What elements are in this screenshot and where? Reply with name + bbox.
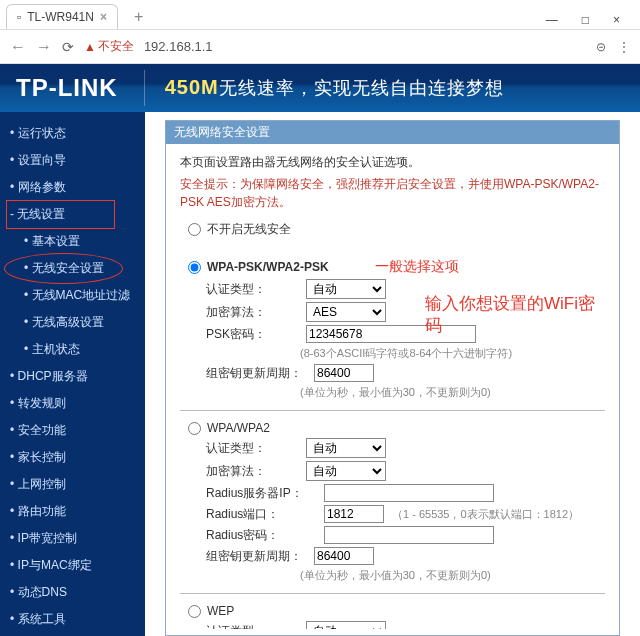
- nav-forward-icon: →: [36, 38, 52, 56]
- input-gk2[interactable]: [314, 547, 374, 565]
- sidebar-item-host-status[interactable]: 主机状态: [10, 336, 145, 363]
- sidebar-item-status[interactable]: 运行状态: [10, 120, 145, 147]
- label-wep: WEP: [207, 604, 234, 618]
- input-radius-pw[interactable]: [324, 526, 494, 544]
- profile-icon[interactable]: ⊝: [596, 40, 606, 54]
- input-gk[interactable]: [314, 364, 374, 382]
- hint-gk2: (单位为秒，最小值为30，不更新则为0): [180, 568, 605, 583]
- brand-logo: TP-LINK: [16, 74, 118, 102]
- radio-wep[interactable]: [188, 605, 201, 618]
- select-auth-type2[interactable]: 自动: [306, 438, 386, 458]
- annotation-password: 输入你想设置的WiFi密码: [425, 293, 605, 337]
- tab-title: TL-WR941N: [27, 10, 94, 24]
- hint-psk: (8-63个ASCII码字符或8-64个十六进制字符): [180, 346, 605, 361]
- radio-wpa[interactable]: [188, 422, 201, 435]
- label-radius-port: Radius端口：: [206, 506, 316, 523]
- select-auth-type[interactable]: 自动: [306, 279, 386, 299]
- label-gk2: 组密钥更新周期：: [206, 548, 306, 565]
- sidebar-item-system[interactable]: 系统工具: [10, 606, 145, 633]
- settings-panel: 无线网络安全设置 本页面设置路由器无线网络的安全认证选项。 安全提示：为保障网络…: [165, 120, 620, 636]
- address-bar[interactable]: 192.168.1.1: [144, 39, 213, 54]
- sidebar-item-wizard[interactable]: 设置向导: [10, 147, 145, 174]
- label-auth-type: 认证类型：: [206, 281, 298, 298]
- select-wep-auth[interactable]: 自动: [306, 621, 386, 629]
- hint-radius-port: （1 - 65535，0表示默认端口：1812）: [392, 507, 579, 522]
- sidebar-item-bandwidth[interactable]: IP带宽控制: [10, 525, 145, 552]
- radio-none[interactable]: [188, 223, 201, 236]
- radio-psk[interactable]: [188, 261, 201, 274]
- label-gk: 组密钥更新周期：: [206, 365, 306, 382]
- label-wpa: WPA/WPA2: [207, 421, 270, 435]
- close-window-button[interactable]: ×: [607, 11, 626, 29]
- label-radius-ip: Radius服务器IP：: [206, 485, 316, 502]
- slogan: 450M无线速率，实现无线自由连接梦想: [165, 76, 504, 100]
- sidebar-item-wireless-basic[interactable]: 基本设置: [10, 228, 145, 255]
- browser-tab[interactable]: ▫ TL-WR941N ×: [6, 4, 118, 29]
- page-icon: ▫: [17, 10, 21, 24]
- select-encryption[interactable]: AES: [306, 302, 386, 322]
- sidebar: 运行状态 设置向导 网络参数 无线设置 基本设置 无线安全设置 无线MAC地址过…: [0, 112, 145, 636]
- label-psk: WPA-PSK/WPA2-PSK: [207, 260, 329, 274]
- security-tip: 安全提示：为保障网络安全，强烈推荐开启安全设置，并使用WPA-PSK/WPA2-…: [180, 175, 605, 211]
- security-warning[interactable]: ▲ 不安全: [84, 38, 134, 55]
- sidebar-item-network[interactable]: 网络参数: [10, 174, 145, 201]
- minimize-button[interactable]: —: [540, 11, 564, 29]
- sidebar-item-parental[interactable]: 家长控制: [10, 444, 145, 471]
- sidebar-item-dhcp[interactable]: DHCP服务器: [10, 363, 145, 390]
- annotation-pick: 一般选择这项: [375, 258, 459, 276]
- new-tab-button[interactable]: +: [126, 5, 151, 29]
- input-radius-port[interactable]: [324, 505, 384, 523]
- select-encryption2[interactable]: 自动: [306, 461, 386, 481]
- panel-title: 无线网络安全设置: [166, 121, 619, 144]
- sidebar-item-routing[interactable]: 路由功能: [10, 498, 145, 525]
- label-psk: PSK密码：: [206, 326, 298, 343]
- sidebar-item-security[interactable]: 安全功能: [10, 417, 145, 444]
- sidebar-item-wireless[interactable]: 无线设置: [10, 201, 145, 228]
- input-radius-ip[interactable]: [324, 484, 494, 502]
- label-encryption: 加密算法：: [206, 304, 298, 321]
- menu-icon[interactable]: ⋮: [618, 40, 630, 54]
- reload-icon[interactable]: ⟳: [62, 39, 74, 55]
- divider: [144, 70, 145, 106]
- label-radius-pw: Radius密码：: [206, 527, 316, 544]
- label-none: 不开启无线安全: [207, 221, 291, 238]
- sidebar-item-ddns[interactable]: 动态DNS: [10, 579, 145, 606]
- label-wep-auth: 认证类型：: [206, 623, 298, 630]
- hint-gk: (单位为秒，最小值为30，不更新则为0): [180, 385, 605, 400]
- panel-intro: 本页面设置路由器无线网络的安全认证选项。: [180, 154, 605, 171]
- sidebar-item-forwarding[interactable]: 转发规则: [10, 390, 145, 417]
- sidebar-item-mac-filter[interactable]: 无线MAC地址过滤: [10, 282, 145, 309]
- tab-close-icon[interactable]: ×: [100, 10, 107, 24]
- sidebar-item-ip-mac[interactable]: IP与MAC绑定: [10, 552, 145, 579]
- label-auth-type2: 认证类型：: [206, 440, 298, 457]
- nav-back-icon[interactable]: ←: [10, 38, 26, 56]
- sidebar-item-access-control[interactable]: 上网控制: [10, 471, 145, 498]
- maximize-button[interactable]: □: [576, 11, 595, 29]
- sidebar-item-wireless-security[interactable]: 无线安全设置: [10, 255, 145, 282]
- sidebar-item-wireless-adv[interactable]: 无线高级设置: [10, 309, 145, 336]
- label-encryption2: 加密算法：: [206, 463, 298, 480]
